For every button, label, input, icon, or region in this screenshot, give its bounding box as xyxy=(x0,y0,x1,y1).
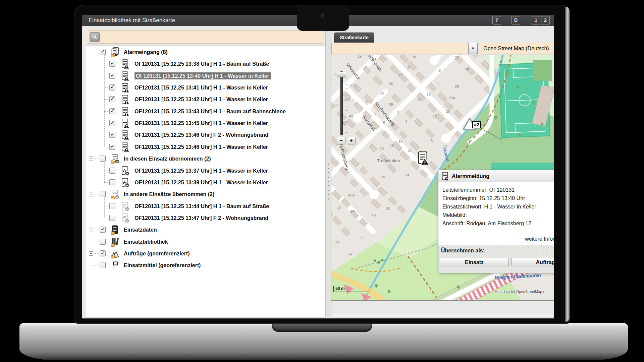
house-number: 8 xyxy=(431,139,433,143)
tree-connector xyxy=(104,182,109,183)
takeover-label: Übernehmen als: xyxy=(441,248,485,254)
house-number: 33E xyxy=(333,104,340,108)
alarm-marker-icon[interactable] xyxy=(417,151,429,167)
zoom-in-button[interactable]: + xyxy=(347,137,356,144)
street-label: Trafostation xyxy=(377,158,400,163)
check-icon: ✓ xyxy=(110,84,115,90)
chevron-down-icon: ▼ xyxy=(471,46,475,50)
tree-checkbox[interactable]: ✓ xyxy=(109,144,115,150)
house-number: 54 xyxy=(348,252,352,256)
tree-checkbox[interactable]: ✓ xyxy=(109,120,115,126)
tree-checkbox[interactable] xyxy=(100,191,106,197)
tree-expander[interactable] xyxy=(89,157,93,161)
tree-item-label[interactable]: OF120131 [15.12.25 13:46 Uhr] H 1 - Wass… xyxy=(135,143,268,150)
tree-item-label[interactable]: In diesen Einsatz übernommen (2) xyxy=(124,155,211,162)
tree-item-label[interactable]: OF120131 [15.12.25 13:37 Uhr] H 1 - Wass… xyxy=(135,167,268,174)
combo-dropdown-button[interactable]: ▼ xyxy=(468,43,478,54)
tree-checkbox[interactable] xyxy=(109,179,115,185)
house-number: 28 xyxy=(381,175,385,179)
einsatz-button[interactable]: Einsatz xyxy=(440,258,509,267)
tree-checkbox[interactable]: ✓ xyxy=(100,49,106,55)
search-box xyxy=(88,30,323,44)
hint-marker-2[interactable]: #2 xyxy=(472,121,481,128)
tree-item-label[interactable]: OF120131 [15.12.25 13:46 Uhr] F 2 - Wohn… xyxy=(135,131,268,138)
tree-item-label[interactable]: OF120131 [15.12.25 13:38 Uhr] H 1 - Baum… xyxy=(135,60,269,67)
popup-field: Anschrift: Rodgau, Am Flachsberg 12 xyxy=(442,221,531,227)
tree-item-label[interactable]: OF120131 [15.12.25 13:41 Uhr] H 1 - Wass… xyxy=(135,84,268,91)
d-button[interactable]: D xyxy=(512,16,520,24)
tree-item-label[interactable]: Alarmeingang (8) xyxy=(124,49,168,56)
tree-item: ✓Alarmeingang (8) xyxy=(86,46,325,58)
tree-item-label[interactable]: OF120131 [15.12.25 13:45 Uhr] H 1 - Wass… xyxy=(135,120,268,127)
alarm-popup: Alarmmeldung Leitstellennummer: OF120131… xyxy=(438,170,554,273)
check-icon: ✓ xyxy=(110,143,115,149)
alarm-doc-icon xyxy=(121,107,129,117)
tree-checkbox[interactable]: ✓ xyxy=(100,227,106,233)
house-number: 40 xyxy=(349,114,353,118)
tree-checkbox[interactable]: ✓ xyxy=(109,61,115,67)
doc-check-gray-icon xyxy=(111,189,119,199)
panel-splitter[interactable] xyxy=(325,28,331,317)
popup-header: Alarmmeldung xyxy=(438,170,554,182)
popup-field: Einsatzstichwort: H 1 - Wasser in Keller xyxy=(442,204,536,210)
tree-checkbox[interactable] xyxy=(100,156,106,162)
zoom-slider-ticks xyxy=(345,74,348,133)
house-number: 36 xyxy=(389,82,393,86)
tree-item-label[interactable]: OF120131 [15.12.25 13:42 Uhr] H 1 - Wass… xyxy=(135,96,268,103)
tree-item-label[interactable]: OF120131 [15.12.25 13:40 Uhr] H 1 - Wass… xyxy=(135,72,271,79)
tree-expander[interactable] xyxy=(89,50,93,54)
auftrag-button[interactable]: Auftrag xyxy=(512,258,554,267)
tree-item-label[interactable]: In andere Einsätze übernommen (2) xyxy=(124,191,214,198)
zoom-slider-track[interactable] xyxy=(340,71,343,135)
alarm-doc-icon xyxy=(121,71,129,81)
screen-1-button[interactable]: 1 xyxy=(532,16,540,24)
screen-2-button[interactable]: 2 xyxy=(541,16,550,24)
tab-strassenkarte[interactable]: Straßenkarte xyxy=(334,33,374,43)
tree-expander[interactable] xyxy=(89,228,93,232)
more-info-link[interactable]: weitere Informationen xyxy=(525,236,554,242)
search-input[interactable] xyxy=(100,32,322,42)
tree-checkbox[interactable]: ✓ xyxy=(109,73,115,79)
tree-checkbox[interactable]: ✓ xyxy=(109,108,115,114)
check-icon: ✓ xyxy=(101,48,105,55)
tree-connector xyxy=(104,135,109,135)
search-button[interactable] xyxy=(90,32,100,42)
tree-checkbox[interactable] xyxy=(109,215,115,221)
tree-checkbox[interactable]: ✓ xyxy=(109,132,115,138)
tree-expander[interactable] xyxy=(89,251,93,256)
popup-footer: Übernehmen als: Einsatz Auftrag xyxy=(438,245,554,273)
map-search-combo xyxy=(331,43,468,54)
tree-item-label[interactable]: OF120131 [15.12.25 13:43 Uhr] H 1 - Baum… xyxy=(135,108,286,115)
tree-item-label[interactable]: Einsatzbibliothek xyxy=(124,238,168,245)
tree-checkbox[interactable]: ✓ xyxy=(100,250,106,256)
tree-expander[interactable] xyxy=(89,240,93,244)
tree-checkbox[interactable] xyxy=(100,262,106,268)
tree-item-label[interactable]: Einsatzdaten xyxy=(124,226,157,233)
tree-expander[interactable] xyxy=(89,192,93,196)
zoom-out-button[interactable]: − xyxy=(337,137,345,144)
check-icon: ✓ xyxy=(110,96,115,102)
books-icon xyxy=(111,237,119,247)
map-canvas[interactable]: Wiesenstr.Wiesenstr.Wiesenstr.Am Flachsb… xyxy=(331,55,554,301)
tree-checkbox[interactable]: ✓ xyxy=(109,84,115,90)
tree-item-label[interactable]: OF120131 [15.12.25 13:39 Uhr] H 1 - Wass… xyxy=(135,179,268,186)
tree-connector xyxy=(104,206,109,206)
house-number: 48 xyxy=(372,213,376,217)
tree-item-label[interactable]: Einsatzmittel (georeferenziert) xyxy=(124,262,201,269)
help-button[interactable]: ? xyxy=(492,16,501,24)
map-layer-label[interactable]: Open Street Map (Deutsch) xyxy=(480,43,554,54)
tree-checkbox[interactable]: ✓ xyxy=(109,96,115,102)
map-search-input[interactable] xyxy=(332,43,468,54)
tree-checkbox[interactable] xyxy=(100,239,106,245)
tree-item-label[interactable]: Aufträge (georeferenziert) xyxy=(124,250,190,257)
dark-doc-icon xyxy=(111,225,119,235)
tree-checkbox[interactable] xyxy=(109,203,115,209)
tree-item-label[interactable]: OF120131 [15.12.25 13:47 Uhr] F 2 - Wohn… xyxy=(135,215,268,222)
house-number: 4 xyxy=(405,119,407,123)
tree-item-label[interactable]: OF120131 [15.12.25 13:44 Uhr] H 1 - Baum… xyxy=(135,203,269,210)
status-strip xyxy=(331,301,554,317)
tree-item: Einsatzbibliothek xyxy=(86,236,325,248)
check-icon: ✓ xyxy=(110,119,115,126)
a-doc-icon: A xyxy=(121,166,129,176)
tree-checkbox[interactable] xyxy=(109,168,115,174)
